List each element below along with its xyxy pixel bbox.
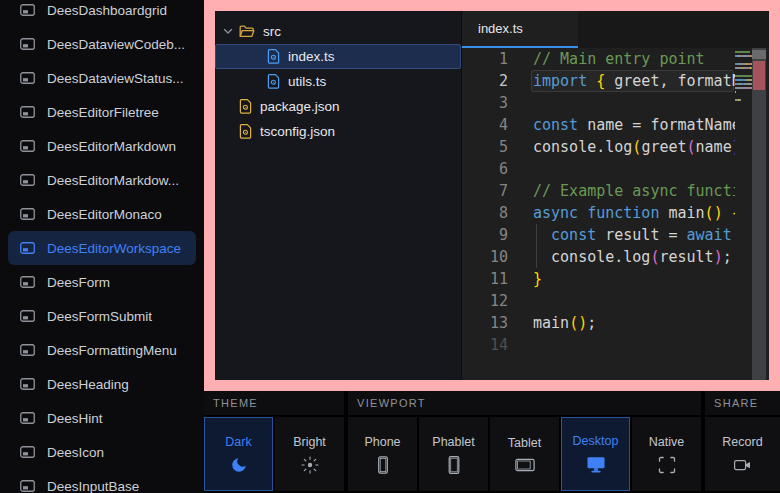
button-label: Record bbox=[722, 435, 762, 449]
toolbar-header-row: THEME VIEWPORT SHARE bbox=[204, 391, 780, 415]
sidebar-item-label: DeesDataviewCodeb... bbox=[47, 37, 185, 52]
sidebar-item-label: DeesForm bbox=[47, 275, 110, 290]
widget-icon bbox=[20, 174, 35, 186]
bright-button[interactable]: Bright bbox=[275, 417, 344, 491]
component-sidebar: DeesDashboardgridDeesDataviewCodeb...Dee… bbox=[0, 0, 204, 493]
code-editor: index.ts 1// Main entry point2import { g… bbox=[461, 11, 769, 380]
code-line-content: async function main() { bbox=[533, 202, 735, 224]
share-section-header: SHARE bbox=[705, 391, 780, 415]
phone-button[interactable]: Phone bbox=[348, 417, 417, 491]
code-line-3[interactable]: 3 bbox=[462, 92, 769, 114]
native-button[interactable]: Native bbox=[632, 417, 701, 491]
filetree-row-src[interactable]: src bbox=[215, 19, 461, 44]
file-tree-panel: srcindex.tsutils.tspackage.jsontsconfig.… bbox=[215, 11, 461, 380]
sidebar-item-label: DeesDataviewStatus... bbox=[47, 71, 184, 86]
code-line-2[interactable]: 2import { greet, formatName } from './ut… bbox=[462, 70, 769, 92]
minimap[interactable] bbox=[735, 51, 752, 107]
toolbar-section-viewport: PhonePhabletTabletDesktopNative bbox=[348, 417, 701, 491]
sidebar-item-deesform[interactable]: DeesForm bbox=[8, 265, 196, 299]
code-token: ( bbox=[569, 314, 578, 332]
tablet-button[interactable]: Tablet bbox=[490, 417, 559, 491]
sidebar-item-deesformattingmenu[interactable]: DeesFormattingMenu bbox=[8, 333, 196, 367]
code-line-content: main(); bbox=[533, 312, 735, 334]
code-line-5[interactable]: 5console.log(greet(name)); bbox=[462, 136, 769, 158]
tab-index-ts[interactable]: index.ts bbox=[462, 11, 578, 48]
editor-workspace: srcindex.tsutils.tspackage.jsontsconfig.… bbox=[215, 11, 769, 380]
code-line-13[interactable]: 13main(); bbox=[462, 312, 769, 334]
code-line-11[interactable]: 11} bbox=[462, 268, 769, 290]
bottom-toolbar: THEME VIEWPORT SHARE DarkBrightPhonePhab… bbox=[204, 391, 780, 493]
sidebar-item-deeseditormarkdow[interactable]: DeesEditorMarkdow... bbox=[8, 163, 196, 197]
filetree-row-utils-ts[interactable]: utils.ts bbox=[215, 69, 461, 94]
theme-section-label: THEME bbox=[204, 397, 258, 409]
json-file-icon bbox=[239, 99, 252, 114]
code-line-9[interactable]: 9 const result = await asyncGreet(name); bbox=[462, 224, 769, 246]
line-number: 9 bbox=[462, 224, 508, 246]
widget-icon bbox=[20, 446, 35, 458]
code-line-8[interactable]: 8async function main() { bbox=[462, 202, 769, 224]
sidebar-item-deesformsubmit[interactable]: DeesFormSubmit bbox=[8, 299, 196, 333]
code-token: ; bbox=[587, 314, 596, 332]
sidebar-item-deesicon[interactable]: DeesIcon bbox=[8, 435, 196, 469]
code-token: console.log bbox=[533, 138, 632, 156]
editor-scrollbar[interactable] bbox=[752, 48, 766, 380]
code-token: console.log bbox=[533, 248, 650, 266]
sidebar-item-deeseditormonaco[interactable]: DeesEditorMonaco bbox=[8, 197, 196, 231]
widget-icon bbox=[20, 4, 35, 16]
filetree-row-tsconfig-json[interactable]: tsconfig.json bbox=[215, 119, 461, 144]
sidebar-item-deesdataviewstatus[interactable]: DeesDataviewStatus... bbox=[8, 61, 196, 95]
filetree-row-label: src bbox=[263, 24, 281, 39]
button-label: Phone bbox=[364, 435, 400, 449]
widget-icon bbox=[20, 344, 35, 356]
phone-icon bbox=[374, 456, 392, 474]
filetree-row-package-json[interactable]: package.json bbox=[215, 94, 461, 119]
sidebar-item-deesinputbase[interactable]: DeesInputBase bbox=[8, 469, 196, 493]
code-token: ) bbox=[714, 204, 723, 222]
code-token: greet, formatName bbox=[605, 72, 735, 90]
viewport-section-header: VIEWPORT bbox=[348, 391, 701, 415]
widget-icon bbox=[20, 378, 35, 390]
code-token bbox=[533, 226, 551, 244]
button-label: Dark bbox=[225, 435, 251, 449]
dark-button[interactable]: Dark bbox=[204, 417, 273, 491]
folder-open-icon bbox=[239, 25, 255, 38]
code-token: } bbox=[533, 270, 542, 288]
toolbar-section-share: Record bbox=[705, 417, 780, 491]
sidebar-item-deesheading[interactable]: DeesHeading bbox=[8, 367, 196, 401]
phablet-button[interactable]: Phablet bbox=[419, 417, 488, 491]
code-token: const bbox=[551, 226, 596, 244]
scrollbar-decoration-marker bbox=[753, 61, 765, 90]
sidebar-item-deeseditorfiletree[interactable]: DeesEditorFiletree bbox=[8, 95, 196, 129]
button-label: Phablet bbox=[432, 435, 474, 449]
scrollbar-slider[interactable] bbox=[752, 50, 766, 59]
filetree-row-index-ts[interactable]: index.ts bbox=[215, 44, 461, 69]
sidebar-list: DeesDashboardgridDeesDataviewCodeb...Dee… bbox=[0, 0, 204, 493]
sidebar-item-deesdashboardgrid[interactable]: DeesDashboardgrid bbox=[8, 0, 196, 27]
record-icon bbox=[733, 456, 752, 474]
code-token: ( bbox=[687, 138, 696, 156]
sidebar-item-label: DeesInputBase bbox=[47, 479, 139, 493]
code-line-14[interactable]: 14 bbox=[462, 334, 769, 356]
code-line-4[interactable]: 4const name = formatName('World'); bbox=[462, 114, 769, 136]
widget-icon bbox=[20, 276, 35, 288]
sidebar-item-deeseditorworkspace[interactable]: DeesEditorWorkspace bbox=[8, 231, 196, 265]
filetree-row-label: utils.ts bbox=[288, 74, 326, 89]
code-line-7[interactable]: 7// Example async function bbox=[462, 180, 769, 202]
sidebar-item-deeseditormarkdown[interactable]: DeesEditorMarkdown bbox=[8, 129, 196, 163]
toolbar-buttons-row: DarkBrightPhonePhabletTabletDesktopNativ… bbox=[204, 417, 780, 491]
code-line-12[interactable]: 12 bbox=[462, 290, 769, 312]
sidebar-item-deeshint[interactable]: DeesHint bbox=[8, 401, 196, 435]
sidebar-item-deesdataviewcodeb[interactable]: DeesDataviewCodeb... bbox=[8, 27, 196, 61]
record-button[interactable]: Record bbox=[705, 417, 780, 491]
code-line-10[interactable]: 10 console.log(result); bbox=[462, 246, 769, 268]
app-root: DeesDashboardgridDeesDataviewCodeb...Dee… bbox=[0, 0, 780, 493]
code-line-1[interactable]: 1// Main entry point bbox=[462, 48, 769, 70]
code-token: result = bbox=[596, 226, 686, 244]
code-line-6[interactable]: 6 bbox=[462, 158, 769, 180]
filetree-row-label: index.ts bbox=[288, 49, 335, 64]
code-line-content: console.log(greet(name)); bbox=[533, 136, 735, 158]
desktop-button[interactable]: Desktop bbox=[561, 417, 630, 491]
code-token: result bbox=[659, 248, 713, 266]
line-number: 1 bbox=[462, 48, 508, 70]
code-area[interactable]: 1// Main entry point2import { greet, for… bbox=[462, 48, 769, 380]
